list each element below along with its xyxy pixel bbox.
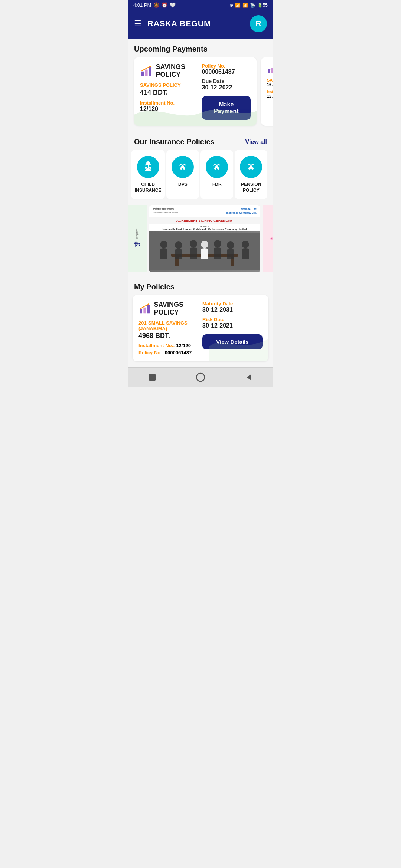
my-policy-wave	[209, 332, 268, 361]
my-policy-amount: 4968 BDT.	[138, 332, 199, 340]
back-icon	[244, 373, 253, 382]
partial-label: SAV	[267, 78, 273, 82]
header-title: RASKA BEGUM	[147, 19, 211, 29]
installment-lbl: Installment No.:	[138, 343, 175, 348]
left-banner-link: লিং	[134, 241, 140, 248]
policy-type-name: SAVINGS POLICY	[156, 63, 202, 79]
pension-icon	[244, 160, 258, 174]
status-left: 4:01 PM 🔕 ⏰ 🤍	[133, 2, 176, 8]
fdr-label: FDR	[212, 182, 222, 188]
my-policy-type-header: SAVINGS POLICY	[138, 301, 199, 316]
alarm-icon: ⏰	[162, 2, 167, 8]
right-banner-partial: 🌸	[263, 205, 273, 272]
svg-rect-37	[147, 305, 150, 313]
payments-scroll: SAVINGS POLICY SAVINGS POLICY 414 BDT. I…	[128, 57, 273, 132]
policy-item-fdr[interactable]: FDR	[200, 150, 233, 199]
fdr-icon	[210, 160, 224, 174]
upcoming-payments-header: Upcoming Payments	[128, 39, 273, 57]
policy-item-dps[interactable]: DPS	[166, 150, 199, 199]
svg-point-8	[145, 167, 147, 169]
avatar[interactable]: R	[250, 15, 267, 32]
dps-label: DPS	[178, 182, 188, 188]
right-banner-text: 🌸	[268, 236, 273, 242]
stop-button[interactable]	[147, 372, 157, 382]
svg-rect-39	[149, 374, 156, 381]
svg-point-14	[181, 165, 184, 168]
header-left: ☰ RASKA BEGUM	[134, 19, 211, 29]
fdr-circle	[206, 156, 228, 178]
svg-point-38	[148, 303, 149, 305]
policy-no-label: Policy No.	[202, 63, 251, 69]
my-policy-sub: 201-SMALL SAVINGS (JANABIMA)	[138, 320, 199, 331]
my-policy-no-row: Policy No.: 0000061487	[138, 350, 199, 355]
policy-amount: 414 BDT.	[140, 89, 202, 96]
time: 4:01 PM	[133, 2, 151, 8]
header: ☰ RASKA BEGUM R	[128, 10, 273, 39]
banner-section: মার্কেন্টাইল লিং মার্কেন্টাইল ব্যাংক লিম…	[128, 205, 273, 277]
svg-point-40	[196, 373, 205, 381]
svg-point-9	[149, 167, 151, 169]
insurance-policies-header: Our Insurance Policies View all	[128, 132, 273, 150]
my-policies-section: SAVINGS POLICY 201-SMALL SAVINGS (JANABI…	[128, 295, 273, 367]
payment-card-2: SAV 16... Inst 12...	[261, 57, 273, 126]
ceremony-photo-svg	[149, 233, 260, 270]
child-insurance-icon	[141, 160, 155, 174]
svg-rect-5	[271, 68, 273, 73]
pension-circle	[240, 156, 262, 178]
banner-photo	[149, 231, 260, 272]
svg-point-3	[149, 66, 151, 67]
health-icon: 🤍	[170, 2, 176, 8]
partial-inst: Inst	[267, 90, 273, 94]
due-date-value: 30-12-2022	[202, 84, 251, 91]
wifi-icon: 📡	[250, 3, 255, 8]
policy-no-lbl: Policy No.:	[138, 350, 163, 355]
partial-amount: 16...	[267, 82, 273, 87]
my-policy-card: SAVINGS POLICY 201-SMALL SAVINGS (JANABI…	[133, 295, 268, 361]
svg-rect-36	[143, 307, 146, 313]
status-bar: 4:01 PM 🔕 ⏰ 🤍 ⊕ 📶 📶 📡 🔋55	[128, 0, 273, 10]
svg-point-31	[214, 240, 221, 247]
my-policy-left: SAVINGS POLICY 201-SMALL SAVINGS (JANABI…	[138, 301, 199, 355]
wave-bg	[134, 100, 257, 126]
my-installment-row: Installment No.: 12/120	[138, 343, 199, 348]
main-content: Upcoming Payments	[128, 39, 273, 367]
partial-inst-val: 12...	[267, 94, 273, 98]
right-logo: National Life Insurance Company Ltd.	[226, 207, 257, 215]
stop-icon	[148, 373, 157, 382]
partial-card-content: SAV 16... Inst 12...	[267, 63, 273, 120]
insurance-policies-title: Our Insurance Policies	[134, 138, 215, 146]
mute-icon: 🔕	[153, 2, 159, 8]
dps-circle	[172, 156, 194, 178]
upcoming-payments-title: Upcoming Payments	[134, 45, 208, 53]
banner-logos: মার্কেন্টাইল ব্যাংক লিমিটেড Mercantile B…	[149, 205, 260, 217]
svg-point-29	[190, 240, 197, 247]
my-policies-title: My Policies	[134, 283, 175, 291]
pension-label: PENSION POLICY	[241, 182, 261, 193]
maturity-label: Maturity Date	[202, 301, 263, 306]
policy-item-child-insurance[interactable]: CHILD INSURANCE	[131, 150, 165, 199]
payment-card-1: SAVINGS POLICY SAVINGS POLICY 414 BDT. I…	[134, 57, 257, 126]
circle-icon	[196, 372, 205, 382]
back-button[interactable]	[244, 372, 254, 382]
my-savings-icon	[138, 301, 151, 316]
banner-ceremony-title: AGREEMENT SIGNING CEREMONY	[149, 217, 260, 224]
main-banner-card[interactable]: মার্কেন্টাইল ব্যাংক লিমিটেড Mercantile B…	[149, 205, 260, 272]
svg-point-27	[160, 241, 167, 248]
svg-rect-1	[145, 70, 148, 76]
risk-label: Risk Date	[202, 317, 263, 322]
policy-no-val: 0000061487	[165, 350, 192, 355]
savings-icon-partial	[267, 63, 273, 74]
signal1-icon: 📶	[235, 3, 241, 8]
svg-point-22	[250, 165, 252, 168]
policy-item-pension[interactable]: PENSION POLICY	[235, 150, 267, 199]
left-logo: মার্কেন্টাইল ব্যাংক লিমিটেড Mercantile B…	[153, 207, 178, 215]
view-all-button[interactable]: View all	[245, 139, 267, 145]
due-date-label: Due Date	[202, 78, 251, 84]
menu-button[interactable]: ☰	[134, 19, 141, 29]
svg-rect-0	[141, 72, 144, 76]
child-insurance-label: CHILD INSURANCE	[135, 182, 161, 193]
home-button[interactable]	[195, 372, 206, 382]
policy-type-header: SAVINGS POLICY	[140, 63, 202, 79]
savings-policy-icon	[140, 63, 153, 79]
banner-between: between	[149, 224, 260, 228]
